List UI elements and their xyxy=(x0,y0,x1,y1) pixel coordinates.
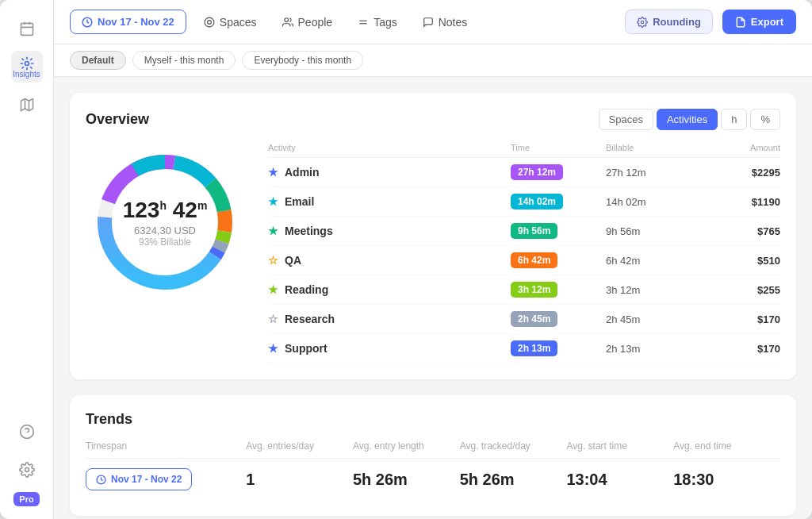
nav-tags[interactable]: Tags xyxy=(350,10,405,34)
date-range-label: Nov 17 - Nov 22 xyxy=(98,16,174,28)
activity-cell: ★ Reading xyxy=(268,283,511,296)
trends-date-button[interactable]: Nov 17 - Nov 22 xyxy=(86,468,192,490)
insights-label: Insights xyxy=(13,70,40,79)
billable-cell: 27h 12m xyxy=(606,167,701,179)
svg-point-14 xyxy=(284,17,288,21)
amount-cell: $2295 xyxy=(701,167,780,179)
overview-card: Overview Spaces Activities h % xyxy=(70,93,796,379)
sidebar: Insights Pro xyxy=(0,0,54,519)
svg-point-13 xyxy=(207,20,211,24)
trends-avg-entry-length: 5h 26m xyxy=(353,471,460,489)
time-badge: 6h 42m xyxy=(511,252,557,268)
pro-badge[interactable]: Pro xyxy=(13,492,39,506)
donut-billable: 93% Billable xyxy=(123,236,208,248)
svg-point-4 xyxy=(25,61,29,65)
time-badge-cell: 3h 12m xyxy=(511,282,606,298)
activity-cell: ☆ QA xyxy=(268,254,511,267)
activity-name: QA xyxy=(285,254,301,267)
trends-col-entry-length: Avg. entry length xyxy=(353,440,460,452)
activity-cell: ☆ Research xyxy=(268,313,511,325)
table-row: ★ Email 14h 02m 14h 02m $1190 xyxy=(268,187,780,217)
donut-center: 123h 42m 6324,30 USD 93% Billable xyxy=(123,198,208,248)
activity-table: Activity Time Billable Amount ★ Admin 27… xyxy=(268,143,780,363)
date-range-button[interactable]: Nov 17 - Nov 22 xyxy=(70,10,186,34)
time-badge: 9h 56m xyxy=(511,223,557,239)
billable-cell: 3h 12m xyxy=(606,284,701,296)
time-badge-cell: 9h 56m xyxy=(511,223,606,239)
trends-avg-start: 13:04 xyxy=(566,471,673,489)
donut-time: 123h 42m xyxy=(123,198,208,223)
view-activities[interactable]: Activities xyxy=(657,109,718,130)
nav-people-label: People xyxy=(298,16,333,29)
col-amount: Amount xyxy=(701,143,780,152)
svg-marker-5 xyxy=(21,99,33,111)
billable-cell: 2h 13m xyxy=(606,343,701,355)
table-row: ★ Reading 3h 12m 3h 12m $255 xyxy=(268,275,780,305)
activity-name: Email xyxy=(285,195,314,208)
trends-col-start: Avg. start time xyxy=(566,440,673,452)
star-icon: ★ xyxy=(268,225,278,237)
amount-cell: $170 xyxy=(701,343,780,355)
time-badge: 2h 45m xyxy=(511,311,557,327)
time-badge-cell: 6h 42m xyxy=(511,252,606,268)
overview-title: Overview xyxy=(86,111,149,128)
view-percent[interactable]: % xyxy=(750,109,780,130)
topbar: Nov 17 - Nov 22 Spaces People Tags Notes xyxy=(54,0,812,44)
col-billable: Billable xyxy=(606,143,701,152)
trends-avg-end: 18:30 xyxy=(673,471,780,489)
time-badge: 2h 13m xyxy=(511,340,557,356)
nav-people[interactable]: People xyxy=(274,10,341,34)
trends-col-entries: Avg. entries/day xyxy=(246,440,353,452)
nav-notes-label: Notes xyxy=(439,16,468,29)
activity-rows: ★ Admin 27h 12m 27h 12m $2295 ★ Email 14… xyxy=(268,158,780,363)
table-row: ★ Admin 27h 12m 27h 12m $2295 xyxy=(268,158,780,187)
billable-cell: 6h 42m xyxy=(606,255,701,267)
sidebar-icon-map[interactable] xyxy=(11,89,43,121)
svg-point-10 xyxy=(25,468,29,472)
time-badge: 14h 02m xyxy=(511,194,563,210)
time-badge-cell: 2h 45m xyxy=(511,311,606,327)
nav-spaces[interactable]: Spaces xyxy=(196,10,265,34)
filter-myself[interactable]: Myself - this month xyxy=(132,51,236,70)
amount-cell: $255 xyxy=(701,284,780,296)
view-spaces[interactable]: Spaces xyxy=(599,109,653,130)
nav-notes[interactable]: Notes xyxy=(415,10,476,34)
trends-date-range: Nov 17 - Nov 22 xyxy=(86,468,246,490)
amount-cell: $170 xyxy=(701,313,780,325)
time-badge-cell: 27h 12m xyxy=(511,164,606,180)
star-icon: ★ xyxy=(268,342,278,355)
star-icon: ☆ xyxy=(268,313,278,325)
view-toggle: Spaces Activities h % xyxy=(599,109,780,130)
activity-cell: ★ Admin xyxy=(268,166,511,179)
sidebar-icon-help[interactable] xyxy=(11,416,43,448)
view-hours[interactable]: h xyxy=(721,109,747,130)
trends-row: Nov 17 - Nov 22 1 5h 26m 5h 26m 13:04 18… xyxy=(86,459,780,500)
filter-default[interactable]: Default xyxy=(70,51,126,70)
rounding-label: Rounding xyxy=(653,16,701,28)
activity-name: Meetings xyxy=(285,225,333,237)
time-badge: 3h 12m xyxy=(511,282,557,298)
activity-cell: ★ Email xyxy=(268,195,511,208)
time-badge-cell: 2h 13m xyxy=(511,340,606,356)
billable-cell: 14h 02m xyxy=(606,196,701,208)
trends-col-tracked: Avg. tracked/day xyxy=(460,440,567,452)
activity-name: Admin xyxy=(285,166,320,179)
trends-col-timespan: Timespan xyxy=(86,440,246,452)
billable-cell: 9h 56m xyxy=(606,225,701,237)
filter-bar: Default Myself - this month Everybody - … xyxy=(54,44,812,77)
filter-everybody[interactable]: Everybody - this month xyxy=(242,51,363,70)
amount-cell: $510 xyxy=(701,255,780,267)
col-activity: Activity xyxy=(268,143,511,152)
export-button[interactable]: Export xyxy=(722,10,796,34)
donut-usd: 6324,30 USD xyxy=(123,225,208,236)
rounding-button[interactable]: Rounding xyxy=(625,10,713,34)
activity-name: Reading xyxy=(285,283,328,296)
export-label: Export xyxy=(751,16,783,28)
overview-header: Overview Spaces Activities h % xyxy=(86,109,780,130)
sidebar-icon-insights[interactable]: Insights xyxy=(11,51,43,83)
sidebar-icon-settings[interactable] xyxy=(11,454,43,486)
col-time: Time xyxy=(511,143,606,152)
trends-title: Trends xyxy=(86,411,780,428)
table-row: ★ Meetings 9h 56m 9h 56m $765 xyxy=(268,217,780,246)
sidebar-icon-calendar[interactable] xyxy=(11,13,43,44)
